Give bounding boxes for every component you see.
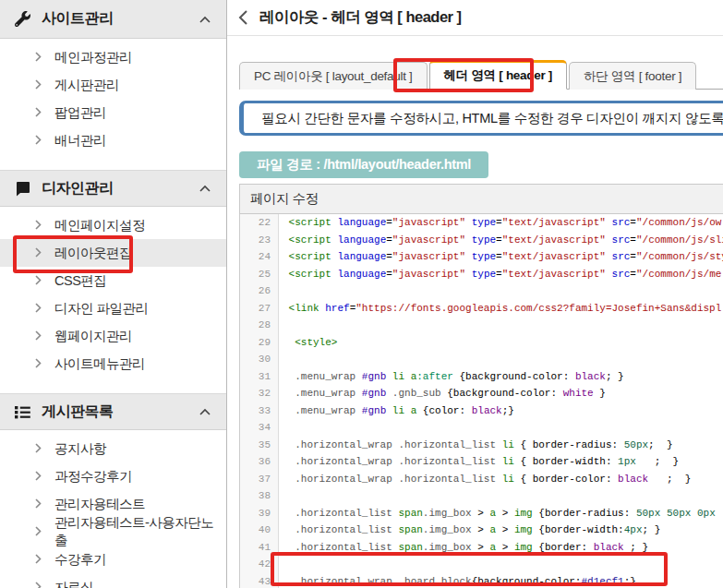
sidebar-item[interactable]: 메인과정관리 [0, 43, 226, 71]
chevron-right-icon [35, 356, 42, 371]
code-line[interactable]: 23 <script language="javascript" type="t… [240, 232, 723, 249]
code-text [279, 351, 283, 368]
sidebar-item-label: 사이트메뉴관리 [54, 355, 145, 373]
line-number: 31 [240, 368, 279, 386]
code-line[interactable]: 27 <link href="https://fonts.googleapis.… [240, 300, 723, 318]
code-line[interactable]: 29 <style> [240, 334, 723, 352]
line-number: 34 [240, 419, 279, 437]
sidebar-item-label: 공지사항 [54, 440, 106, 458]
code-line[interactable]: 41 .horizontal_list span.img_box > a > i… [240, 539, 723, 557]
sidebar-item-label: 팝업관리 [54, 104, 106, 122]
chevron-right-icon [35, 441, 42, 456]
sidebar-item[interactable]: CSS편집 [0, 267, 226, 294]
sidebar-item-label: 디자인 파일관리 [54, 300, 149, 318]
wrench-icon [15, 11, 30, 27]
code-line[interactable]: 31 .menu_wrap #gnb li a:after {backgroun… [240, 368, 723, 386]
chevron-right-icon [35, 301, 42, 316]
chevron-up-icon[interactable] [199, 11, 211, 28]
sidebar-item-label: 웹페이지관리 [54, 328, 132, 345]
tab-header-area[interactable]: 헤더 영역 [ header ] [429, 60, 567, 90]
sidebar-item[interactable]: 관리자용테스트-사용자단노출 [0, 518, 226, 546]
line-number: 27 [240, 300, 279, 318]
chevron-right-icon [35, 580, 42, 588]
sidebar-section-header-boards[interactable]: 게시판목록 [0, 393, 226, 430]
code-line[interactable]: 33 .menu_wrap #gnb li a {color: black;} [240, 402, 723, 420]
sidebar-item[interactable]: 메인페이지설정 [0, 211, 226, 239]
chevron-right-icon [35, 552, 42, 567]
code-text: .menu_wrap #gnb li a:after {background-c… [279, 368, 624, 386]
sidebar-section-title: 사이트관리 [42, 9, 187, 29]
tab-pc-layout[interactable]: PC 레이아웃 [ layout_default ] [239, 62, 428, 90]
line-number: 23 [240, 232, 279, 249]
sidebar-item[interactable]: 사이트메뉴관리 [0, 350, 226, 378]
code-line[interactable]: 42 [240, 556, 723, 573]
sidebar-item[interactable]: 공지사항 [0, 435, 226, 462]
code-text: .horizontal_list span.img_box > a > img … [279, 539, 648, 557]
code-line[interactable]: 28 [240, 317, 723, 334]
back-button chevron-left-icon[interactable] [236, 7, 250, 28]
code-text: .menu_wrap #gnb li a {color: black;} [279, 402, 514, 420]
sidebar-item[interactable]: 팝업관리 [0, 99, 226, 126]
sidebar-section-title: 게시판목록 [42, 402, 187, 422]
code-editor[interactable]: 22 <script language="javascript" type="t… [239, 214, 723, 588]
chevron-up-icon[interactable] [199, 180, 211, 197]
line-number: 33 [240, 402, 279, 420]
line-number: 29 [240, 334, 279, 352]
code-text: <style> [279, 334, 337, 352]
code-text: .horizontal_list span.img_box > a > img … [279, 505, 716, 522]
sidebar-item[interactable]: 디자인 파일관리 [0, 294, 226, 322]
sidebar-item-label: 관리자용테스트 [54, 496, 145, 513]
design-icon [15, 181, 30, 197]
line-number: 32 [240, 385, 279, 402]
sidebar-item-label: 메인과정관리 [54, 49, 132, 66]
sidebar-item[interactable]: 배너관리 [0, 126, 226, 154]
sidebar-item[interactable]: 웹페이지관리 [0, 322, 226, 350]
sidebar-item[interactable]: 레이아웃편집 [0, 239, 226, 267]
sidebar-section-header-site[interactable]: 사이트관리 [0, 0, 226, 39]
code-line[interactable]: 37 .horizontal_wrap .horizontal_list li … [240, 471, 723, 488]
line-number: 40 [240, 522, 279, 539]
chevron-up-icon[interactable] [199, 403, 211, 420]
page-title: 레이아웃 - 헤더 영역 [ header ] [259, 7, 462, 28]
code-line[interactable]: 35 .horizontal_wrap .horizontal_list li … [240, 437, 723, 454]
code-line[interactable]: 22 <script language="javascript" type="t… [240, 214, 723, 232]
code-line[interactable]: 40 .horizontal_list span.img_box > a > i… [240, 522, 723, 539]
line-number: 41 [240, 539, 279, 557]
code-text: <script language="javascript" type="text… [279, 232, 723, 249]
line-number: 22 [240, 214, 279, 232]
sidebar-item[interactable]: 과정수강후기 [0, 462, 226, 490]
sidebar-section-header-design[interactable]: 디자인관리 [0, 170, 226, 207]
list-icon [15, 404, 30, 420]
chevron-right-icon [35, 133, 42, 148]
code-line[interactable]: 38 [240, 487, 723, 505]
code-line[interactable]: 36 .horizontal_wrap .horizontal_list li … [240, 453, 723, 471]
line-number: 43 [240, 573, 279, 588]
code-line[interactable]: 24 <script language="javascript" type="t… [240, 248, 723, 266]
code-line[interactable]: 30 [240, 351, 723, 368]
sidebar-item[interactable]: 게시판관리 [0, 71, 226, 99]
chevron-right-icon [35, 524, 42, 539]
code-line[interactable]: 25 <script language="javascript" type="t… [240, 266, 723, 283]
tab-footer-area[interactable]: 하단 영역 [ footer ] [569, 62, 696, 90]
sidebar-section-title: 디자인관리 [42, 179, 187, 198]
chevron-right-icon [35, 329, 42, 343]
sidebar: 사이트관리 메인과정관리게시판관리팝업관리배너관리 디자인관리 메인페이지설정레… [0, 0, 227, 588]
sidebar-item[interactable]: 수강후기 [0, 546, 226, 573]
code-line[interactable]: 26 [240, 282, 723, 300]
code-line[interactable]: 43 .horizontal_wrap .board_block{backgro… [240, 573, 723, 588]
code-line[interactable]: 34 [240, 419, 723, 437]
line-number: 42 [240, 556, 279, 573]
chevron-right-icon [35, 497, 42, 511]
code-line[interactable]: 32 .menu_wrap #gnb .gnb_sub {background-… [240, 385, 723, 402]
sidebar-section-site: 사이트관리 메인과정관리게시판관리팝업관리배너관리 [0, 0, 226, 170]
sidebar-section-design: 디자인관리 메인페이지설정레이아웃편집CSS편집디자인 파일관리웹페이지관리사이… [0, 170, 226, 393]
code-text: <script language="javascript" type="text… [279, 214, 721, 232]
chevron-right-icon [35, 469, 42, 484]
sidebar-item-label: 관리자용테스트-사용자단노출 [54, 514, 217, 549]
sidebar-item[interactable]: 자료실 [0, 573, 226, 588]
chevron-right-icon [35, 78, 42, 92]
code-line[interactable]: 39 .horizontal_list span.img_box > a > i… [240, 505, 723, 522]
sidebar-section-items: 메인페이지설정레이아웃편집CSS편집디자인 파일관리웹페이지관리사이트메뉴관리 [0, 207, 226, 393]
line-number: 38 [240, 487, 279, 505]
sidebar-item-label: 메인페이지설정 [54, 217, 145, 234]
